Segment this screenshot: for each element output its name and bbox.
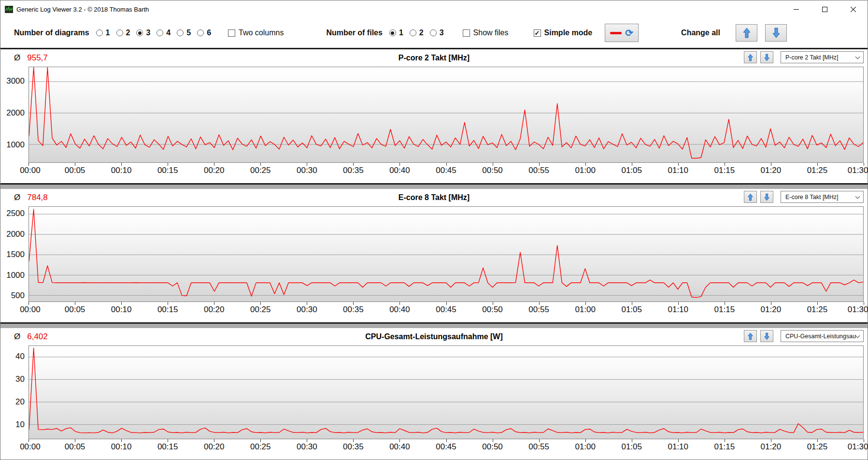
radio-icon <box>136 29 143 36</box>
x-tick-label: 00:45 <box>436 305 456 315</box>
x-tick-label: 00:15 <box>157 442 178 452</box>
panel-2-signal-select[interactable]: E-core 8 Takt [MHz] <box>781 191 864 203</box>
x-tick-label: 00:00 <box>20 442 41 452</box>
x-tick-label: 00:25 <box>250 305 271 315</box>
x-tick-label: 00:30 <box>297 305 317 315</box>
y-tick-label: 20 <box>15 397 25 407</box>
x-axis: 00:0000:0500:1000:1500:2000:2500:3000:35… <box>28 439 864 454</box>
panel-1-down-button[interactable] <box>760 51 773 63</box>
arrow-up-icon <box>748 332 753 340</box>
simple-mode-checkbox[interactable]: ✓ <box>534 29 541 37</box>
panel-splitter[interactable] <box>0 322 868 328</box>
x-tick-label: 01:15 <box>714 305 735 315</box>
x-tick-label: 00:10 <box>111 305 132 315</box>
close-icon <box>851 7 856 12</box>
line-refresh-button[interactable]: ⟳ <box>605 24 639 42</box>
arrow-down-icon <box>772 28 780 38</box>
x-tick-label: 01:30 <box>848 166 868 175</box>
panel-2-up-button[interactable] <box>744 191 757 203</box>
radio-icon <box>177 29 184 36</box>
chart-body: 10203040 <box>0 345 868 439</box>
panel-splitter[interactable] <box>0 183 868 189</box>
maximize-icon <box>822 7 827 12</box>
x-tick-label: 01:00 <box>575 305 596 315</box>
diagrams-radio-6[interactable]: 6 <box>197 29 211 37</box>
x-tick-label: 00:35 <box>343 305 364 315</box>
panel-3-signal-select[interactable]: CPU-Gesamt-Leistungsau <box>781 330 864 342</box>
y-axis: 100020003000 <box>0 67 28 163</box>
x-tick-label: 00:50 <box>482 166 503 175</box>
series-line <box>29 348 863 433</box>
x-tick-label: 01:10 <box>668 305 688 315</box>
title-bar: Generic Log Viewer 3.2 - © 2018 Thomas B… <box>0 0 868 18</box>
x-tick-label: 01:00 <box>575 166 596 175</box>
files-radio-3[interactable]: 3 <box>430 29 444 37</box>
maximize-button[interactable] <box>811 0 839 18</box>
app-icon <box>5 6 13 13</box>
minimize-icon <box>794 7 799 12</box>
radio-icon <box>389 29 396 36</box>
y-tick-label: 1500 <box>6 250 25 259</box>
x-tick-label: 01:20 <box>761 305 782 315</box>
y-tick-label: 40 <box>15 352 25 361</box>
x-tick-label: 00:00 <box>20 305 41 315</box>
panel-1-header: Ø 955,7 P-core 2 Takt [MHz] P-core 2 Tak… <box>0 49 868 67</box>
arrow-up-icon <box>748 193 753 201</box>
x-tick-label: 01:20 <box>761 166 782 175</box>
x-tick-label: 01:25 <box>807 305 828 315</box>
panel-1-up-button[interactable] <box>744 51 757 63</box>
arrow-up-icon <box>743 28 751 38</box>
chart-title: CPU-Gesamt-Leistungsaufnahme [W] <box>0 332 868 341</box>
x-tick-label: 01:05 <box>621 305 642 315</box>
diagrams-radio-1[interactable]: 1 <box>96 29 110 37</box>
y-tick-label: 1000 <box>6 271 25 280</box>
toolbar: Number of diagrams 1 2 3 4 5 6 Two colum… <box>0 18 868 48</box>
panel-1-signal-select[interactable]: P-core 2 Takt [MHz] <box>781 51 864 63</box>
x-tick-label: 00:20 <box>204 442 225 452</box>
panel-2-down-button[interactable] <box>760 191 773 203</box>
refresh-icon: ⟳ <box>625 28 633 38</box>
x-tick-label: 00:05 <box>65 442 85 452</box>
two-columns-checkbox[interactable] <box>228 29 235 37</box>
x-tick-label: 00:30 <box>297 166 317 175</box>
x-tick-label: 00:40 <box>389 166 410 175</box>
y-axis: 5001000150020002500 <box>0 206 28 302</box>
arrow-up-icon <box>748 54 753 61</box>
radio-icon <box>157 29 163 36</box>
arrow-down-icon <box>764 54 769 61</box>
simple-mode-label: Simple mode <box>544 29 593 37</box>
diagrams-radio-3[interactable]: 3 <box>136 29 150 37</box>
x-tick-label: 01:25 <box>807 442 828 452</box>
panel-3-down-button[interactable] <box>760 330 773 342</box>
change-all-up-button[interactable] <box>736 24 757 42</box>
files-radio-2[interactable]: 2 <box>410 29 424 37</box>
chart-body: 100020003000 <box>0 67 868 163</box>
files-radio-1[interactable]: 1 <box>389 29 403 37</box>
diagrams-radio-5[interactable]: 5 <box>177 29 191 37</box>
x-tick-label: 01:15 <box>714 166 735 175</box>
close-button[interactable] <box>839 0 868 18</box>
x-axis: 00:0000:0500:1000:1500:2000:2500:3000:35… <box>28 302 864 316</box>
chart-title: P-core 2 Takt [MHz] <box>0 54 868 62</box>
plot-area <box>28 345 864 439</box>
diagrams-radio-2[interactable]: 2 <box>116 29 130 37</box>
diagram-panel-2: Ø 784,8 E-core 8 Takt [MHz] E-core 8 Tak… <box>0 189 868 322</box>
x-tick-label: 00:30 <box>297 442 317 452</box>
files-radio-group: 1 2 3 <box>389 29 450 37</box>
panel-3-up-button[interactable] <box>744 330 757 342</box>
change-all-down-button[interactable] <box>765 24 787 42</box>
x-tick-label: 00:10 <box>111 166 132 175</box>
minimize-button[interactable] <box>782 0 811 18</box>
x-tick-label: 00:25 <box>250 442 271 452</box>
panel-2-header: Ø 784,8 E-core 8 Takt [MHz] E-core 8 Tak… <box>0 189 868 206</box>
diagrams-radio-4[interactable]: 4 <box>157 29 171 37</box>
diagram-panel-1: Ø 955,7 P-core 2 Takt [MHz] P-core 2 Tak… <box>0 48 868 183</box>
diagram-panels: Ø 955,7 P-core 2 Takt [MHz] P-core 2 Tak… <box>0 48 868 460</box>
x-tick-label: 00:55 <box>528 442 549 452</box>
y-axis: 10203040 <box>0 345 28 439</box>
show-files-checkbox[interactable] <box>463 29 470 37</box>
change-all-label: Change all <box>681 29 720 37</box>
two-columns-label: Two columns <box>239 29 284 37</box>
series-line <box>29 209 863 298</box>
y-tick-label: 2500 <box>6 209 25 218</box>
